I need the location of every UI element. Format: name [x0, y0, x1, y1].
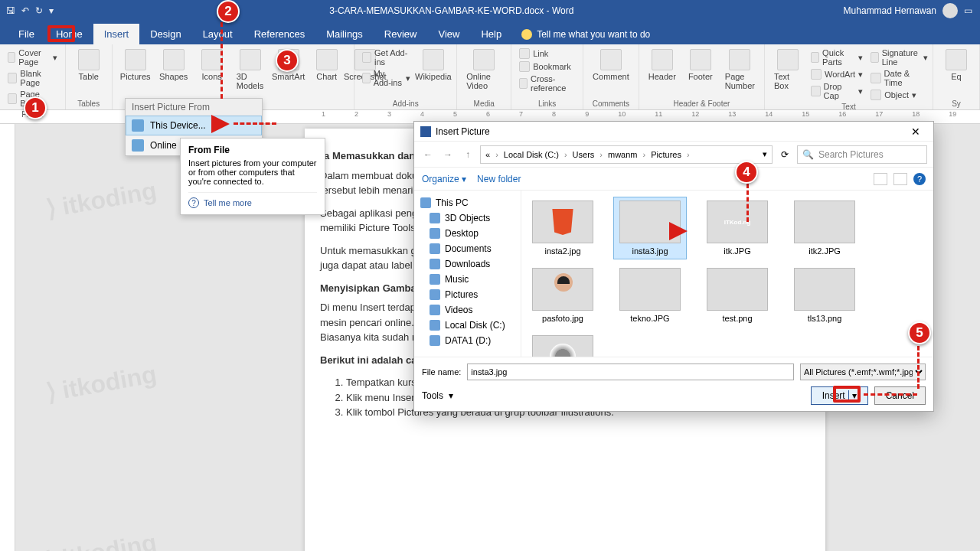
side-node[interactable]: Pictures: [417, 287, 518, 302]
chevron-down-icon[interactable]: ▾: [763, 149, 767, 159]
new-folder-button[interactable]: New folder: [477, 174, 521, 184]
wikipedia-button[interactable]: Wikipedia: [416, 47, 451, 83]
3d-models-button[interactable]: 3D Models: [234, 47, 267, 92]
chart-button[interactable]: Chart: [310, 47, 344, 83]
close-button[interactable]: ✕: [904, 126, 927, 138]
tab-mailings[interactable]: Mailings: [315, 24, 374, 44]
organize-button[interactable]: Organize ▾: [422, 174, 466, 184]
tab-insert[interactable]: Insert: [93, 24, 140, 44]
cover-page-button[interactable]: Cover Page ▾: [6, 47, 59, 67]
pagenum-icon: [729, 49, 750, 70]
filetype-select[interactable]: All Pictures (*.emf;*.wmf;*.jpg;*.j: [800, 364, 926, 380]
annotation-dash: [864, 393, 917, 396]
tab-layout[interactable]: Layout: [192, 24, 243, 44]
save-icon[interactable]: 🖫: [6, 5, 15, 16]
table-button[interactable]: Table: [72, 47, 106, 83]
side-node[interactable]: 3D Objects: [417, 210, 518, 226]
file-item[interactable]: tekno.JPG: [613, 264, 687, 327]
document-title: 3-CARA-MEMASUKKAN-GAMBAR-KE-WORD.docx - …: [60, 5, 844, 16]
qat-customize-icon[interactable]: ▾: [49, 5, 54, 16]
breadcrumb[interactable]: « Local Disk (C:) Users mwanm Pictures ▾: [480, 145, 773, 164]
redo-icon[interactable]: ↻: [35, 5, 43, 16]
page-number-button[interactable]: Page Number: [722, 47, 758, 92]
my-addins-button[interactable]: My Add-ins ▾: [361, 68, 411, 88]
annotation-dash: [220, 22, 223, 99]
side-node[interactable]: This PC: [417, 195, 518, 210]
forward-button[interactable]: →: [440, 149, 456, 160]
side-node[interactable]: DATA1 (D:): [417, 333, 518, 348]
file-item[interactable]: ITKod.ngitk.JPG: [701, 197, 774, 259]
shapes-button[interactable]: Shapes: [157, 47, 191, 83]
drop-cap-button[interactable]: Drop Cap ▾: [809, 81, 864, 101]
up-button[interactable]: ↑: [460, 149, 475, 160]
tab-help[interactable]: Help: [470, 24, 512, 44]
tell-me-search[interactable]: Tell me what you want to do: [512, 24, 659, 44]
ribbon-display-icon[interactable]: ▭: [964, 5, 972, 16]
tab-review[interactable]: Review: [374, 24, 428, 44]
file-item[interactable]: tls13.png: [788, 264, 861, 327]
header-button[interactable]: Header: [645, 47, 679, 83]
file-item[interactable]: itk2.JPG: [788, 197, 861, 259]
bookmark-button[interactable]: Bookmark: [518, 60, 577, 73]
tools-dropdown[interactable]: Tools ▾: [422, 390, 453, 401]
preview-button[interactable]: [893, 173, 907, 185]
refresh-button[interactable]: ⟳: [777, 149, 792, 160]
online-video-button[interactable]: Online Video: [463, 47, 505, 92]
filename-input[interactable]: [467, 364, 794, 380]
drive-icon: [430, 335, 440, 346]
file-item[interactable]: pasfoto.jpg: [526, 264, 599, 327]
chart-icon: [316, 49, 338, 70]
side-node[interactable]: Videos: [417, 302, 518, 318]
side-node[interactable]: Desktop: [417, 226, 518, 241]
file-grid: insta2.jpginsta3.jpgITKod.ngitk.JPGitk2.…: [521, 191, 933, 357]
cross-reference-button[interactable]: Cross-reference: [518, 73, 577, 93]
file-item[interactable]: test.png: [701, 264, 774, 327]
get-addins-button[interactable]: Get Add-ins: [361, 47, 411, 67]
link-button[interactable]: Link: [518, 47, 577, 60]
account-area[interactable]: Muhammad Hernawan ▭: [844, 3, 980, 18]
date-time-button[interactable]: Date & Time: [869, 68, 929, 88]
tab-home[interactable]: Home: [45, 24, 93, 44]
file-thumbnail: [707, 268, 768, 311]
undo-icon[interactable]: ↶: [21, 5, 29, 16]
file-name: tekno.JPG: [630, 314, 669, 323]
object-button[interactable]: Object ▾: [869, 89, 929, 101]
tooltip-title: From File: [188, 145, 317, 155]
user-name: Muhammad Hernawan: [844, 5, 936, 16]
tab-file[interactable]: File: [8, 24, 45, 44]
icons-button[interactable]: Icons: [195, 47, 229, 83]
side-node[interactable]: Music: [417, 272, 518, 287]
back-button[interactable]: ←: [420, 149, 436, 160]
search-input[interactable]: 🔍Search Pictures: [797, 145, 927, 164]
footer-icon: [690, 49, 711, 70]
help-button[interactable]: ?: [913, 173, 926, 185]
tab-view[interactable]: View: [427, 24, 470, 44]
footer-button[interactable]: Footer: [684, 47, 717, 83]
side-node[interactable]: Documents: [417, 241, 518, 256]
side-node[interactable]: Downloads: [417, 256, 518, 272]
comment-button[interactable]: Comment: [590, 47, 632, 83]
insert-button[interactable]: Insert▾: [811, 386, 868, 405]
view-button[interactable]: [874, 173, 887, 185]
tab-references[interactable]: References: [243, 24, 315, 44]
page-icon: [8, 52, 15, 63]
cancel-button[interactable]: Cancel: [874, 386, 926, 405]
wordart-button[interactable]: WordArt ▾: [809, 68, 864, 80]
file-name: itk2.JPG: [808, 246, 841, 256]
blank-page-button[interactable]: Blank Page: [6, 68, 59, 88]
side-node[interactable]: Local Disk (C:): [417, 318, 518, 333]
pictures-button[interactable]: Pictures: [119, 47, 152, 83]
this-device-item[interactable]: This Device...: [126, 116, 262, 135]
file-item[interactable]: ttrend.jpg: [526, 331, 599, 357]
insert-split-icon[interactable]: ▾: [848, 390, 857, 401]
file-item[interactable]: insta2.jpg: [526, 197, 599, 259]
text-box-button[interactable]: Text Box: [771, 47, 805, 92]
tab-design[interactable]: Design: [139, 24, 191, 44]
quick-access-toolbar: 🖫 ↶ ↻ ▾: [0, 5, 60, 16]
equation-button[interactable]: Eq: [939, 47, 973, 83]
signature-line-button[interactable]: Signature Line ▾: [869, 47, 929, 67]
file-name: test.png: [722, 314, 752, 323]
quick-parts-button[interactable]: Quick Parts ▾: [809, 47, 864, 67]
tell-me-more-link[interactable]: ?Tell me more: [188, 192, 317, 208]
help-icon: ?: [188, 197, 199, 208]
